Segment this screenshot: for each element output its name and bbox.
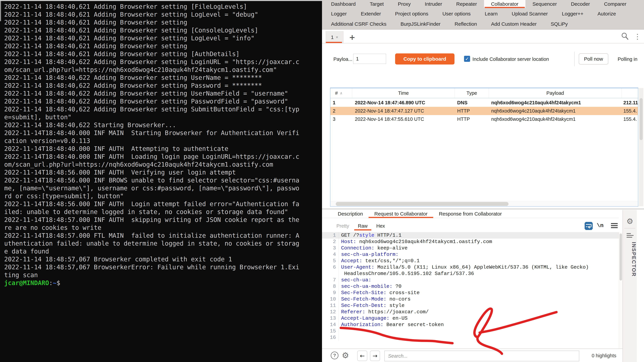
table-row[interactable]: 32022-Nov-14 18:47:55.610 UTCHTTPnqh6xod… xyxy=(330,115,638,123)
menu-item-autorize[interactable]: Autorize xyxy=(590,9,623,19)
header-name: Accept: xyxy=(341,258,362,264)
request-line[interactable]: 1GET /?style HTTP/1.1 xyxy=(322,232,619,239)
terminal-log-line: 2022-11-14 18:48:40,621 Adding Browserke… xyxy=(4,11,321,19)
menu-item-proxy[interactable]: Proxy xyxy=(391,0,418,8)
menu-item-extender[interactable]: Extender xyxy=(354,9,388,19)
menu-item-intruder[interactable]: Intruder xyxy=(418,0,449,8)
menu-item-sequencer[interactable]: Sequencer xyxy=(526,0,564,8)
menu-item-learn[interactable]: Learn xyxy=(478,9,505,19)
table-horizontal-scrollbar[interactable] xyxy=(330,201,638,206)
editor-scrollbar[interactable] xyxy=(619,232,622,350)
request-line[interactable]: 11Sec-Fetch-Dest: style xyxy=(322,302,619,309)
table-row[interactable]: 22022-Nov-14 18:47:47.127 UTCHTTPnqh6xod… xyxy=(330,107,638,115)
column-header-time[interactable]: Time xyxy=(352,88,455,98)
line-content: sec-ch-ua-platform: xyxy=(339,251,619,258)
line-content: Sec-Fetch-Dest: style xyxy=(339,302,619,309)
table-row[interactable]: 12022-Nov-14 18:47:46.890 UTCDNSnqh6xod6… xyxy=(330,99,638,107)
menu-item-add-custom-header[interactable]: Add Custom Header xyxy=(484,19,544,29)
show-newlines-icon[interactable]: \n xyxy=(597,222,604,229)
editor-tab-hex[interactable]: Hex xyxy=(372,220,390,232)
terminal-log-line: 2022-11-14 18:48:40,621 Adding Browserke… xyxy=(4,50,321,58)
menu-item-sqlipy[interactable]: SQLiPy xyxy=(544,19,575,29)
search-icon[interactable] xyxy=(621,32,629,41)
column-header-number[interactable]: # ∧ xyxy=(330,88,352,98)
scrollbar-thumb[interactable] xyxy=(640,98,643,140)
include-server-location-label: Include Collaborator server location xyxy=(472,56,549,62)
request-line[interactable]: 3Connection: keep-alive xyxy=(322,245,619,251)
terminal-log-line: 2022-11-14 18:48:40,622 Adding Browserke… xyxy=(4,97,321,105)
menu-item-dashboard[interactable]: Dashboard xyxy=(324,0,363,8)
request-line[interactable]: 12Referer: https://joaxcar.com/ xyxy=(322,309,619,315)
poll-now-button[interactable]: Poll now xyxy=(579,53,608,65)
scrollbar-thumb[interactable] xyxy=(336,202,508,206)
collaborator-tab-1[interactable]: 1 × xyxy=(326,31,344,43)
menu-row-extensions: Additional CSRF ChecksBurpJSLinkFinderRe… xyxy=(324,19,644,29)
burp-suite-window: DashboardTargetProxyIntruderRepeaterColl… xyxy=(322,0,644,362)
close-tab-icon[interactable]: × xyxy=(336,35,338,40)
menu-item-burpjslinkfinder[interactable]: BurpJSLinkFinder xyxy=(394,19,448,29)
inspector-settings-gear-icon[interactable]: ⚙ xyxy=(623,217,637,226)
copy-to-clipboard-button[interactable]: Copy to clipboard xyxy=(395,53,454,65)
previous-match-button[interactable]: ← xyxy=(357,350,367,361)
detail-tab-request-to-collaborator[interactable]: Request to Collaborator xyxy=(368,210,433,218)
word-wrap-icon[interactable] xyxy=(584,222,593,231)
menu-item-reflection[interactable]: Reflection xyxy=(448,19,484,29)
menu-item-logger[interactable]: Logger++ xyxy=(555,9,590,19)
request-line[interactable]: 16 xyxy=(322,334,619,341)
menu-item-comparer[interactable]: Comparer xyxy=(597,0,634,8)
detail-tab-response-from-collaborator[interactable]: Response from Collaborator xyxy=(433,210,508,218)
request-line[interactable]: 10Sec-Fetch-Mode: no-cors xyxy=(322,296,619,302)
request-line[interactable]: 2Host: nqh6xod6wog4c210aquk4hf24takycm1.… xyxy=(322,239,619,245)
line-number: 8 xyxy=(322,283,339,290)
menu-item-logger[interactable]: Logger xyxy=(324,9,354,19)
editor-menu-icon[interactable] xyxy=(611,223,618,229)
menu-item-project-options[interactable]: Project options xyxy=(388,9,435,19)
menu-item-additional-csrf-checks[interactable]: Additional CSRF Checks xyxy=(324,19,394,29)
prompt-colon: : xyxy=(49,279,53,287)
next-match-button[interactable]: → xyxy=(370,350,380,361)
request-line[interactable]: 6User-Agent: Mozilla/5.0 (X11; Linux x86… xyxy=(322,264,619,277)
line-number: 1 xyxy=(322,232,339,239)
help-icon[interactable]: ? xyxy=(331,351,338,359)
payload-count-input[interactable] xyxy=(353,54,386,64)
request-line[interactable]: 13Accept-Language: en-US xyxy=(322,315,619,321)
request-line[interactable]: 15 xyxy=(322,328,619,334)
table-vertical-scrollbar[interactable] xyxy=(639,88,643,206)
terminal-log-line: 2022-11-14 18:48:40,622 Adding Browserke… xyxy=(4,82,321,90)
terminal-prompt[interactable]: jcar@MINDARO:~$ xyxy=(4,279,321,287)
column-header-source-ip[interactable] xyxy=(622,88,638,98)
cell-ip: 155.4. xyxy=(622,107,638,115)
request-line[interactable]: 8sec-ch-ua-mobile: ?0 xyxy=(322,283,619,290)
header-value: cross-site xyxy=(386,290,420,296)
inspector-title[interactable]: INSPECTOR xyxy=(623,242,637,277)
menu-item-user-options[interactable]: User options xyxy=(435,9,478,19)
request-line[interactable]: 7sec-ch-ua: xyxy=(322,277,619,283)
pane-splitter[interactable] xyxy=(322,209,644,209)
column-header-payload[interactable]: Payload xyxy=(489,88,622,98)
terminal-log-line: om/scan_url.php?url=https://nqh6xod6wog4… xyxy=(4,66,321,74)
line-content: Sec-Fetch-Site: cross-site xyxy=(339,290,619,296)
terminal-log-line: uthentication failed: unable to determin… xyxy=(4,240,321,247)
inspector-collapse-icon[interactable] xyxy=(626,233,634,239)
polling-status-label: Polling in xyxy=(618,56,644,62)
editor-tab-raw[interactable]: Raw xyxy=(354,220,372,232)
menu-item-target[interactable]: Target xyxy=(363,0,391,8)
menu-item-decoder[interactable]: Decoder xyxy=(564,0,597,8)
request-line[interactable]: 4sec-ch-ua-platform: xyxy=(322,251,619,258)
scrollbar-thumb[interactable] xyxy=(620,234,622,281)
request-line[interactable]: 9Sec-Fetch-Site: cross-site xyxy=(322,290,619,296)
search-settings-gear-icon[interactable]: ⚙ xyxy=(342,350,349,360)
menu-item-collaborator[interactable]: Collaborator xyxy=(484,0,526,8)
column-header-type[interactable]: Type xyxy=(455,88,489,98)
menu-item-repeater[interactable]: Repeater xyxy=(449,0,484,8)
editor-search-input[interactable] xyxy=(384,350,579,361)
add-tab-button[interactable]: + xyxy=(347,31,357,43)
request-line[interactable]: 14Authorization: Bearer secret-token xyxy=(322,321,619,328)
kebab-menu-icon[interactable]: ⋮ xyxy=(634,32,641,42)
detail-tab-description[interactable]: Description xyxy=(332,210,368,218)
request-line[interactable]: 5Accept: text/css,*/*;q=0.1 xyxy=(322,258,619,264)
request-editor[interactable]: 1GET /?style HTTP/1.12Host: nqh6xod6wog4… xyxy=(322,232,619,350)
menu-item-upload-scanner[interactable]: Upload Scanner xyxy=(505,9,555,19)
include-server-location-checkbox[interactable]: ✓ xyxy=(464,56,470,62)
line-number: 10 xyxy=(322,296,339,302)
